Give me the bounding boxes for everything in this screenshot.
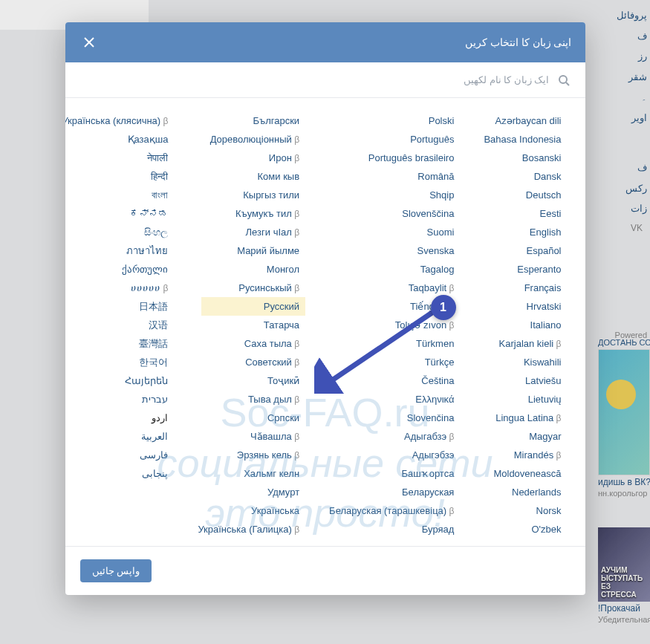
search-input[interactable]	[80, 74, 550, 85]
lang-option[interactable]: Shqip	[423, 186, 460, 204]
lang-option[interactable]: नेपाली	[141, 149, 174, 167]
lang-option[interactable]: Taqbaylit	[403, 279, 461, 297]
lang-option[interactable]: Беларуская	[396, 483, 460, 501]
lang-option[interactable]: Norsk	[530, 501, 568, 520]
lang-option[interactable]: සිංහල	[138, 223, 174, 241]
lang-option[interactable]: Українська	[245, 501, 305, 520]
lang-option[interactable]: العربية	[135, 427, 174, 446]
lang-option[interactable]: Italiano	[524, 316, 568, 334]
lang-option[interactable]: Дореволюціонный	[204, 130, 305, 149]
lang-option[interactable]: Українська (клясична)	[65, 111, 175, 130]
lang-option[interactable]: Tagalog	[415, 260, 461, 279]
lang-option[interactable]: Советский	[239, 353, 305, 371]
modal-footer: واپس جائیں	[65, 546, 585, 595]
modal-title: اپنی زبان کا انتخاب کریں	[100, 36, 572, 48]
lang-option[interactable]: Українська (Галицка)	[192, 520, 305, 539]
lang-option[interactable]: Удмурт	[261, 483, 305, 501]
lang-option[interactable]: Чӑвашла	[244, 427, 305, 446]
lang-option[interactable]: Română	[412, 167, 460, 186]
lang-option[interactable]: Lietuvių	[522, 390, 568, 409]
lang-option[interactable]: Mirandés	[508, 446, 568, 464]
lang-option[interactable]: Dansk	[528, 167, 568, 186]
lang-option[interactable]: Latviešu	[519, 371, 567, 390]
lang-option[interactable]: Саха тыла	[238, 334, 305, 353]
lang-option[interactable]: Deutsch	[520, 186, 568, 204]
lang-option[interactable]: Қазақша	[122, 130, 175, 149]
lang-option[interactable]: हिन्दी	[145, 167, 174, 186]
lang-column: БългарскиДореволюціонныйИронКоми кывКырг…	[192, 111, 323, 539]
search-bar	[65, 62, 585, 98]
close-icon	[83, 36, 95, 48]
lang-option[interactable]: Адыгэбзэ	[406, 446, 461, 464]
language-modal: اپنی زبان کا انتخاب کریں Soc-FAQ.ru соци…	[65, 22, 585, 595]
lang-option[interactable]: Татарча	[258, 316, 305, 334]
lang-option[interactable]: فارسی	[134, 446, 174, 464]
annotation-badge-1: 1	[431, 295, 456, 320]
lang-option[interactable]: Адыгабзэ	[398, 427, 460, 446]
lang-option[interactable]: Русский	[201, 297, 305, 316]
lang-option[interactable]: Српски	[261, 409, 305, 427]
lang-option[interactable]: English	[524, 223, 568, 241]
lang-option[interactable]: Français	[519, 279, 568, 297]
lang-option[interactable]: Tolışə zıvon	[389, 316, 461, 334]
lang-option[interactable]: Hrvatski	[521, 297, 568, 316]
lang-option[interactable]: বাংলা	[146, 186, 174, 204]
lang-option[interactable]: Lingua Latina	[490, 409, 567, 427]
lang-option[interactable]: Eesti	[534, 204, 568, 223]
lang-option[interactable]: Коми кыв	[252, 167, 306, 186]
lang-option[interactable]: Тоҷикӣ	[261, 371, 305, 390]
lang-option[interactable]: Эрзянь кель	[231, 446, 305, 464]
lang-option[interactable]: Беларуская (тарашкевіца)	[323, 501, 460, 520]
lang-option[interactable]: Русинськый	[233, 279, 305, 297]
lang-option[interactable]: Лезги чІал	[240, 223, 306, 241]
lang-option[interactable]: پنجابی	[136, 464, 174, 483]
lang-option[interactable]: Bahasa Indonesia	[478, 130, 567, 149]
lang-option[interactable]: Slovenčina	[401, 409, 461, 427]
lang-option[interactable]: עברית	[136, 390, 174, 409]
lang-option[interactable]: Moldovenească	[487, 464, 567, 483]
lang-option[interactable]: Kiswahili	[518, 353, 568, 371]
svg-line-3	[566, 82, 569, 85]
lang-option[interactable]: Türkçe	[419, 353, 461, 371]
lang-option[interactable]: Къумукъ тил	[230, 204, 305, 223]
lang-option[interactable]: Башҡортса	[396, 464, 461, 483]
lang-option[interactable]: Български	[247, 111, 305, 130]
lang-option[interactable]: Azərbaycan dili	[490, 111, 568, 130]
lang-option[interactable]: Хальмг келн	[238, 464, 305, 483]
lang-option[interactable]: 日本語	[133, 297, 174, 316]
lang-option[interactable]: 汉语	[143, 316, 174, 334]
lang-option[interactable]: Svenska	[412, 241, 461, 260]
lang-column: Українська (клясична)Қазақшаनेपालीहिन्दी…	[65, 111, 192, 539]
lang-option[interactable]: 臺灣話	[133, 334, 174, 353]
lang-option[interactable]: Karjalan kieli	[493, 334, 568, 353]
lang-option[interactable]: Кыргыз тили	[237, 186, 305, 204]
lang-option[interactable]: Тыва дыл	[242, 390, 305, 409]
lang-option[interactable]: O'zbek	[525, 520, 567, 539]
lang-option[interactable]: Ирон	[263, 149, 305, 167]
lang-option[interactable]: Буряад	[416, 520, 461, 539]
back-button[interactable]: واپس جائیں	[80, 559, 152, 582]
close-button[interactable]	[79, 32, 100, 53]
lang-option[interactable]: ሀሀሀሀሀ	[125, 279, 174, 297]
lang-option[interactable]: Čeština	[415, 371, 460, 390]
lang-option[interactable]: Esperanto	[511, 260, 567, 279]
svg-point-2	[559, 76, 567, 83]
lang-option[interactable]: Slovenščina	[396, 204, 460, 223]
lang-option[interactable]: Magyar	[523, 427, 567, 446]
lang-option[interactable]: Nederlands	[506, 483, 568, 501]
lang-option[interactable]: Հայերեն	[119, 371, 174, 390]
lang-option[interactable]: Марий йылме	[231, 241, 305, 260]
lang-option[interactable]: Polski	[423, 111, 461, 130]
lang-option[interactable]: Türkmen	[410, 334, 460, 353]
lang-option[interactable]: Ελληνικά	[409, 390, 460, 409]
lang-option[interactable]: Bosanski	[516, 149, 568, 167]
lang-option[interactable]: Español	[521, 241, 568, 260]
lang-option[interactable]: ಕನ್ನಡ	[124, 204, 174, 223]
lang-option[interactable]: Português brasileiro	[363, 149, 461, 167]
lang-option[interactable]: 한국어	[133, 353, 174, 371]
lang-option[interactable]: Монгол	[261, 260, 305, 279]
lang-option[interactable]: ქართული	[116, 260, 174, 279]
lang-option[interactable]: ภาษาไทย	[120, 241, 174, 260]
lang-option[interactable]: Suomi	[421, 223, 461, 241]
lang-option[interactable]: Português	[404, 130, 460, 149]
